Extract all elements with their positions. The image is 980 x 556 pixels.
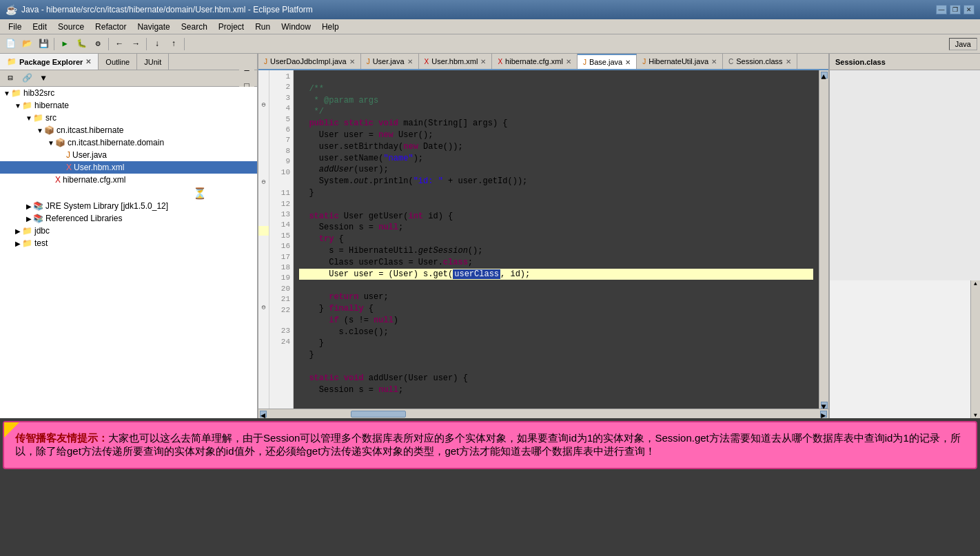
right-scroll-down[interactable]: ▼ — [974, 412, 977, 418]
tab-user-java[interactable]: J User.java ✕ — [361, 54, 419, 69]
close-session[interactable]: ✕ — [786, 58, 791, 65]
scroll-left[interactable]: ◄ — [260, 411, 267, 418]
menu-run[interactable]: Run — [249, 21, 276, 33]
open-button[interactable]: 📂 — [19, 37, 34, 52]
tree-view: ▼ 📁 hib32src ▼ 📁 hibernate ▼ 📁 src ▼ 📦 c… — [0, 87, 257, 418]
fold-2[interactable] — [258, 81, 269, 91]
menu-help[interactable]: Help — [316, 21, 345, 33]
link-editor[interactable]: 🔗 — [19, 71, 34, 86]
horizontal-scrollbar[interactable]: ◄ ► — [258, 409, 828, 418]
tree-item-src[interactable]: ▼ 📁 src — [0, 112, 257, 124]
forward-button[interactable]: → — [128, 37, 143, 52]
save-button[interactable]: 💾 — [36, 37, 51, 52]
new-button[interactable]: 📄 — [3, 37, 18, 52]
vertical-scrollbar[interactable]: ▲ ▼ — [819, 70, 828, 409]
toggle-cn-itcast[interactable]: ▼ — [36, 127, 44, 134]
debug-button[interactable]: 🐛 — [74, 37, 89, 52]
minimize-panel[interactable]: — — [239, 63, 254, 79]
collapse-all[interactable]: ⊟ — [3, 71, 18, 86]
window-title: Java - hibernate/src/cn/itcast/hibernate… — [21, 5, 936, 14]
tab-base-java[interactable]: J Base.java ✕ — [578, 54, 637, 69]
scroll-right[interactable]: ► — [820, 411, 827, 418]
tree-item-test[interactable]: ▶ 📁 test — [0, 237, 257, 249]
tab-package-explorer[interactable]: 📁 Package Explorer ✕ — [0, 54, 99, 70]
toolbar-sep-3 — [146, 38, 147, 50]
fold-adduser[interactable]: ⊖ — [258, 303, 269, 313]
toggle-cn-itcast-domain[interactable]: ▼ — [47, 139, 55, 147]
toggle-hib32src[interactable]: ▼ — [3, 90, 11, 97]
tree-item-user-java[interactable]: J User.java — [0, 149, 257, 161]
tree-item-cn-itcast-hibernate[interactable]: ▼ 📦 cn.itcast.hibernate — [0, 124, 257, 136]
back-button[interactable]: ← — [112, 37, 127, 52]
menu-navigate[interactable]: Navigate — [132, 21, 175, 33]
tree-item-jre[interactable]: ▶ 📚 JRE System Library [jdk1.5.0_12] — [0, 200, 257, 212]
minimize-button[interactable]: — — [936, 5, 947, 14]
close-hibernateutil[interactable]: ✕ — [711, 58, 717, 65]
close-user-java[interactable]: ✕ — [407, 58, 413, 65]
toggle-jdbc[interactable]: ▶ — [14, 227, 22, 235]
fold-1[interactable] — [258, 72, 269, 81]
hourglass-icon: ⏳ — [0, 186, 257, 200]
menu-refactor[interactable]: Refactor — [90, 21, 132, 33]
toggle-hibernate[interactable]: ▼ — [14, 102, 22, 110]
next-annotation[interactable]: ↓ — [150, 37, 165, 52]
menu-file[interactable]: File — [3, 21, 27, 33]
tab-user-hbm[interactable]: X User.hbm.xml ✕ — [419, 54, 493, 69]
close-package-explorer[interactable]: ✕ — [85, 58, 91, 65]
tree-item-user-hbm-xml[interactable]: X User.hbm.xml — [0, 161, 257, 174]
fold-main[interactable]: ⊖ — [258, 101, 269, 110]
tree-item-hibernate-cfg-xml[interactable]: X hibernate.cfg.xml — [0, 174, 257, 186]
panel-menu[interactable]: ▼ — [36, 71, 51, 86]
toggle-ref-libs[interactable]: ▶ — [25, 215, 33, 223]
tree-item-cn-itcast-hibernate-domain[interactable]: ▼ 📦 cn.itcast.hibernate.domain — [0, 136, 257, 149]
toggle-test[interactable]: ▶ — [14, 240, 22, 247]
close-hibernate-cfg[interactable]: ✕ — [566, 58, 571, 65]
tab-icon-base-java: J — [583, 59, 586, 66]
menu-edit[interactable]: Edit — [27, 21, 52, 33]
tab-userdaojdbcimpl[interactable]: J UserDaoJdbcImpl.java ✕ — [258, 54, 361, 69]
window-controls[interactable]: — ❐ ✕ — [936, 5, 974, 14]
close-userdao[interactable]: ✕ — [349, 58, 355, 65]
menu-search[interactable]: Search — [176, 21, 213, 33]
user-hbm-xml-icon: X — [66, 163, 72, 172]
package-domain-icon: 📦 — [55, 138, 65, 147]
perspective-java[interactable]: Java — [949, 38, 977, 50]
tree-item-hibernate[interactable]: ▼ 📁 hibernate — [0, 99, 257, 112]
menu-source[interactable]: Source — [52, 21, 90, 33]
jre-icon: 📚 — [33, 201, 43, 211]
toggle-src[interactable]: ▼ — [25, 114, 33, 122]
menu-bar: File Edit Source Refactor Navigate Searc… — [0, 19, 980, 34]
tree-item-jdbc[interactable]: ▶ 📁 jdbc — [0, 225, 257, 237]
toolbar: 📄 📂 💾 ▶ 🐛 ⚙ ← → ↓ ↑ Java — [0, 34, 980, 54]
prev-annotation[interactable]: ↑ — [166, 37, 181, 52]
tab-icon-hibernate-cfg: X — [498, 58, 502, 65]
right-scroll-up[interactable]: ▲ — [974, 280, 977, 287]
run-button[interactable]: ▶ — [57, 37, 72, 52]
side-panel: 📁 Package Explorer ✕ Outline JUnit ⊟ 🔗 ▼… — [0, 54, 258, 418]
hibernate-cfg-xml-icon: X — [55, 175, 61, 185]
tab-outline[interactable]: Outline — [99, 54, 137, 70]
menu-window[interactable]: Window — [276, 21, 316, 33]
fold-3[interactable] — [258, 91, 269, 101]
tree-item-hib32src[interactable]: ▼ 📁 hib32src — [0, 87, 257, 99]
scroll-up[interactable]: ▲ — [821, 72, 828, 79]
restore-button[interactable]: ❐ — [950, 5, 961, 14]
right-v-scrollbar[interactable]: ▲ ▼ — [970, 280, 980, 418]
scroll-down[interactable]: ▼ — [821, 402, 828, 409]
hib32src-icon: 📁 — [11, 88, 21, 98]
tab-hibernate-cfg[interactable]: X hibernate.cfg.xml ✕ — [492, 54, 577, 69]
close-button[interactable]: ✕ — [963, 5, 974, 14]
toggle-jre[interactable]: ▶ — [25, 203, 33, 210]
tab-hibernateutil[interactable]: J HibernateUtil.java ✕ — [637, 54, 723, 69]
close-base-java[interactable]: ✕ — [625, 59, 631, 66]
right-panel-tab[interactable]: Session.class — [830, 54, 980, 70]
tab-junit[interactable]: JUnit — [137, 54, 169, 70]
close-user-hbm[interactable]: ✕ — [480, 58, 486, 65]
scroll-thumb-h[interactable] — [351, 411, 406, 418]
tab-session-class[interactable]: C Session.class ✕ — [723, 54, 797, 69]
tree-item-ref-libs[interactable]: ▶ 📚 Referenced Libraries — [0, 212, 257, 225]
run-config-button[interactable]: ⚙ — [90, 37, 105, 52]
code-content[interactable]: /** * @param args */ public static void … — [294, 70, 819, 409]
fold-getuser[interactable]: ⊖ — [258, 178, 269, 187]
menu-project[interactable]: Project — [213, 21, 249, 33]
